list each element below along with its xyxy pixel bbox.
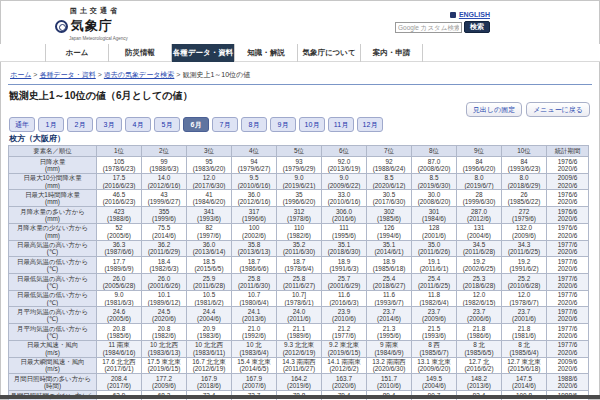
search-input[interactable] xyxy=(395,22,462,33)
rank-value: 21.8 xyxy=(503,325,545,332)
period-cell: 1977/62020/6 xyxy=(547,240,589,257)
rank-date: (2016/6) xyxy=(323,215,365,222)
search-button[interactable]: 検索 xyxy=(464,21,490,33)
month-tab-7[interactable]: 7月 xyxy=(212,117,238,132)
rank-date: (1993/6/23) xyxy=(503,165,545,172)
rank-cell-2: 26.0(2001/6/26) xyxy=(142,274,187,291)
breadcrumb-item-3: 観測史上1～10位の値 xyxy=(182,71,250,78)
rank-cell-10: 84(1993/6/23) xyxy=(502,157,547,174)
rank-cell-8: 23.7(2009/6) xyxy=(412,307,457,324)
rank-date: (1992/6) xyxy=(233,332,275,339)
nav-item-2[interactable]: 各種データ・資料 xyxy=(171,44,234,62)
rank-cell-10: 147.5(2014/6) xyxy=(502,374,547,391)
rank-value: 12.0 xyxy=(503,291,545,298)
rank-cell-10: 8.0(2018/6/29) xyxy=(502,173,547,190)
rank-value: 99 xyxy=(143,158,185,165)
rank-cell-8: 128(2001/6) xyxy=(412,223,457,240)
rank-date: (1995/6) xyxy=(323,232,365,239)
rank-date: (1983/6) xyxy=(188,332,230,339)
rank-date: (2011/6/30) xyxy=(233,282,275,289)
rank-value: 24.6 xyxy=(98,308,140,315)
rank-value: 12.7 東北東 xyxy=(503,358,545,365)
breadcrumb-item-0[interactable]: ホーム xyxy=(10,71,31,78)
month-tab-0[interactable]: 通年 xyxy=(9,117,35,132)
rank-value: 148.2 xyxy=(458,375,500,382)
rank-cell-4: 36.0(2012/6/16) xyxy=(232,190,277,207)
period-start: 1976/6 xyxy=(548,158,587,165)
rank-cell-1: 17.7(1989/6/9) xyxy=(97,257,142,274)
rank-value: 9.3 北北東 xyxy=(278,341,320,348)
english-link[interactable]: ENGLISH xyxy=(459,11,490,18)
element-name: 日最高気温の低い方から xyxy=(10,258,95,265)
month-tab-11[interactable]: 11月 xyxy=(328,117,354,132)
rank-cell-6: 14.1 南南東(2012/6/2) xyxy=(322,357,367,374)
month-tab-10[interactable]: 10月 xyxy=(299,117,325,132)
rank-value: 9.0 xyxy=(323,174,365,181)
rank-date: (2009/6) xyxy=(413,315,455,322)
jma-logo[interactable]: 国土交通省 気象庁 Japan Meteorological Agency xyxy=(55,6,128,41)
month-tab-3[interactable]: 3月 xyxy=(96,117,122,132)
rank-cell-10: 12.7 東北東(2015/6/18) xyxy=(502,357,547,374)
month-tab-2[interactable]: 2月 xyxy=(67,117,93,132)
rank-date: (2011/6/27) xyxy=(278,365,320,372)
month-tab-12[interactable]: 12月 xyxy=(357,117,383,132)
rank-date: (2011/6/28) xyxy=(188,282,230,289)
table-row: 日最大風速・風向(m/s)11 南東(1984/6/16)10 北北西(1983… xyxy=(9,340,589,357)
rank-date: (2011/6/30) xyxy=(278,248,320,255)
breadcrumb-item-1[interactable]: 各種データ・資料 xyxy=(39,71,95,78)
rank-cell-7: 18.9(1985/6/18) xyxy=(367,257,412,274)
rank-date: (2001/6/29) xyxy=(323,282,365,289)
month-tab-5[interactable]: 5月 xyxy=(154,117,180,132)
rank-value: 13.1 東北東 xyxy=(413,358,455,365)
rank-value: 12.7 北 xyxy=(458,358,500,365)
rank-value: 105 xyxy=(98,158,140,165)
rank-value: 11.6 xyxy=(323,291,365,298)
rank-date: (1985/6/5) xyxy=(458,349,500,356)
period-end: 2020/6 xyxy=(548,282,587,289)
rank-date: (1977/6) xyxy=(323,332,365,339)
rank-cell-10: 19.2(1991/6/2) xyxy=(502,257,547,274)
month-tab-4[interactable]: 4月 xyxy=(125,117,151,132)
period-start: 1977/6 xyxy=(548,341,587,348)
rank-value: 9.2 東北東 xyxy=(323,341,365,348)
rank-cell-5: 164.2(2019/6) xyxy=(277,374,322,391)
rank-value: 110 xyxy=(278,224,320,231)
rank-value: 46.5 xyxy=(98,191,140,198)
month-tab-9[interactable]: 9月 xyxy=(270,117,296,132)
rank-value: 18.9 xyxy=(323,258,365,265)
nav-item-4[interactable]: 気象庁について xyxy=(297,44,360,62)
period-end: 2020/6 xyxy=(548,365,587,372)
month-tab-8[interactable]: 8月 xyxy=(241,117,267,132)
rank-value: 128 xyxy=(413,224,455,231)
rank-value: 87.0 xyxy=(413,158,455,165)
rank-date: (1982/6) xyxy=(278,232,320,239)
nav-item-3[interactable]: 知識・解説 xyxy=(234,44,297,62)
main-nav: ホーム防災情報各種データ・資料知識・解説気象庁について案内・申請 xyxy=(45,44,600,62)
rank-cell-3: 36.0(2013/6/14) xyxy=(187,240,232,257)
back-to-menu-button[interactable]: メニューに戻る xyxy=(526,102,590,117)
column-header-10: 10位 xyxy=(502,146,547,157)
breadcrumb-item-2[interactable]: 過去の気象データ検索 xyxy=(104,71,175,78)
nav-item-5[interactable]: 案内・申請 xyxy=(360,44,423,62)
nav-item-0[interactable]: ホーム xyxy=(45,44,108,62)
column-header-7: 7位 xyxy=(367,146,412,157)
rank-cell-9: 84(1996/6/20) xyxy=(457,157,502,174)
rank-date: (1991/6/2) xyxy=(503,265,545,272)
rank-value: 306.0 xyxy=(323,208,365,215)
rank-cell-5: 10.7](1978/6/1) xyxy=(277,290,322,307)
fix-header-button[interactable]: 見出しの固定 xyxy=(466,102,522,117)
rank-date: (2017/6/30) xyxy=(368,198,410,205)
rank-value: 11.8 xyxy=(413,291,455,298)
rank-value: 100 xyxy=(233,224,275,231)
rank-date: (2019/6/15) xyxy=(143,365,185,372)
rank-cell-5: 93(1979/6/29) xyxy=(277,157,322,174)
rank-value: 13.2 南南西 xyxy=(368,358,410,365)
rank-date: (1999/6) xyxy=(143,215,185,222)
nav-item-1[interactable]: 防災情報 xyxy=(108,44,171,62)
rank-cell-6: 9.0(2009/6/22) xyxy=(322,173,367,190)
month-tab-6[interactable]: 6月 xyxy=(183,117,209,132)
rank-date: (1988/6/24) xyxy=(368,165,410,172)
period-end: 2020/6 xyxy=(548,332,587,339)
month-tab-1[interactable]: 1月 xyxy=(38,117,64,132)
element-name: 日最低気温の高い方から xyxy=(10,275,95,282)
